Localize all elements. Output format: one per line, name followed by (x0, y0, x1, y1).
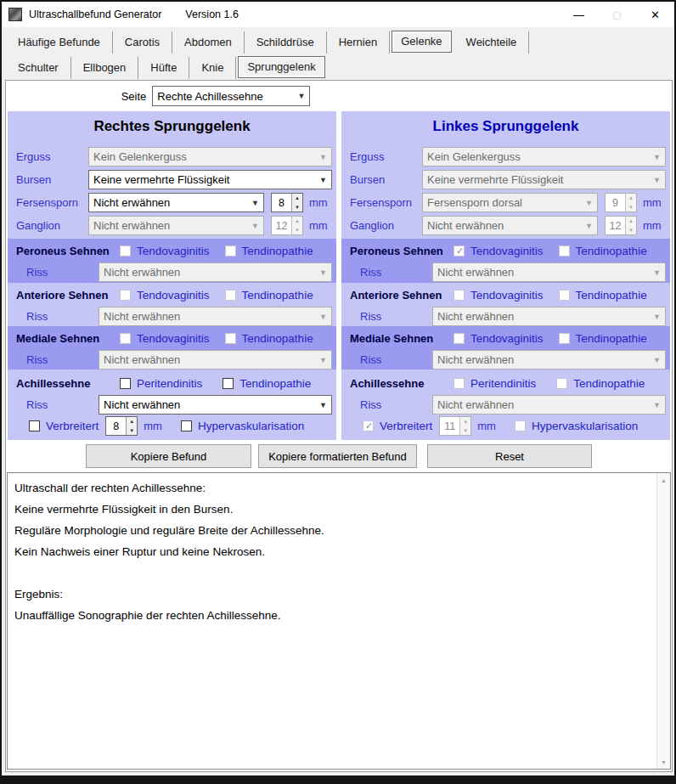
chevron-down-icon: ▼ (314, 356, 327, 364)
unit-label: mm (643, 219, 662, 232)
tendovaginitis-checkbox: Tendovaginitis (453, 332, 544, 345)
tendinopathie-checkbox: Tendinopathie (559, 289, 647, 302)
main-tab-bar: Häufige Befunde Carotis Abdomen Schilddr… (2, 27, 674, 54)
tab-knie[interactable]: Knie (189, 57, 236, 79)
spin-up-icon: ▲ (626, 194, 636, 203)
reset-button[interactable]: Reset (427, 444, 592, 468)
bursen-label: Bursen (16, 173, 88, 186)
fersensporn-label: Fersensporn (16, 196, 88, 209)
chevron-down-icon: ▼ (648, 313, 661, 321)
ganglion-size-stepper: 12 ▲▼ (605, 216, 637, 235)
riss-label: Riss (26, 353, 99, 366)
riss-label: Riss (26, 310, 99, 323)
mediale-section-label: Mediale Sehnen (16, 332, 120, 345)
mediale-riss-select: Nicht erwähnen ▼ (99, 350, 332, 369)
version-label: Version 1.6 (185, 8, 239, 20)
achilles-riss-select[interactable]: Nicht erwähnen ▼ (99, 395, 332, 415)
scroll-down-icon[interactable]: ▼ (657, 755, 670, 769)
sub-tab-bar: Schulter Ellbogen Hüfte Knie Sprunggelen… (2, 54, 674, 79)
seite-select[interactable]: Rechte Achillessehne ▼ (152, 86, 310, 106)
tab-hernien[interactable]: Hernien (327, 31, 391, 54)
minimize-icon: — (573, 8, 584, 21)
anteriore-section-label: Anteriore Sehnen (350, 289, 453, 302)
chevron-down-icon: ▼ (648, 153, 661, 161)
riss-label: Riss (26, 266, 99, 279)
spin-up-icon[interactable]: ▲ (127, 417, 137, 426)
chevron-down-icon: ▼ (648, 176, 661, 184)
ganglion-select: Nicht erwähnen ▼ (88, 216, 264, 235)
anteriore-riss-select: Nicht erwähnen ▼ (99, 307, 332, 326)
riss-label: Riss (360, 310, 432, 323)
tab-huefte[interactable]: Hüfte (138, 57, 189, 79)
scrollbar[interactable]: ▲ ▼ (656, 473, 670, 769)
close-button[interactable]: ✕ (636, 2, 674, 27)
peritendinitis-checkbox: Peritendinitis (453, 377, 536, 390)
erguss-select: Kein Gelenkerguss ▼ (88, 147, 332, 166)
spin-up-icon[interactable]: ▲ (292, 194, 302, 203)
tab-haeufige-befunde[interactable]: Häufige Befunde (6, 31, 113, 54)
verbreitert-size-stepper[interactable]: 8 ▲▼ (105, 416, 138, 436)
report-area: Ultraschall der rechten Achillessehne: K… (7, 472, 671, 770)
content-frame: Seite Rechte Achillessehne ▼ Rechtes Spr… (2, 79, 674, 776)
anteriore-section-label: Anteriore Sehnen (16, 289, 120, 302)
erguss-label: Erguss (350, 150, 422, 163)
hypervaskularisation-checkbox[interactable]: Hypervaskularisation (181, 420, 304, 432)
fersensporn-size-stepper: 9 ▲▼ (605, 193, 637, 212)
report-text[interactable]: Ultraschall der rechten Achillessehne: K… (8, 473, 656, 769)
scroll-up-icon[interactable]: ▲ (657, 473, 670, 487)
fersensporn-size-stepper[interactable]: 8 ▲▼ (271, 193, 303, 212)
minimize-button[interactable]: — (560, 2, 598, 27)
tab-sprunggelenk[interactable]: Sprunggelenk (238, 56, 324, 78)
spin-down-icon[interactable]: ▼ (292, 203, 302, 212)
peroneus-section-label: Peroneus Sehnen (350, 245, 453, 257)
peritendinitis-checkbox[interactable]: Peritendinitis (120, 377, 202, 390)
kopiere-befund-button[interactable]: Kopiere Befund (86, 444, 251, 468)
fersensporn-select[interactable]: Nicht erwähnen ▼ (88, 193, 264, 212)
bursen-select[interactable]: Keine vermehrte Flüssigkeit ▼ (88, 170, 332, 189)
tab-abdomen[interactable]: Abdomen (172, 31, 245, 54)
riss-label: Riss (360, 266, 432, 279)
tab-schulter[interactable]: Schulter (6, 57, 71, 79)
chevron-down-icon: ▼ (292, 92, 305, 100)
window-title: Ultraschallbefund Generator (29, 8, 161, 20)
spin-up-icon: ▲ (626, 217, 636, 226)
chevron-down-icon: ▼ (314, 176, 327, 184)
tendovaginitis-checkbox: Tendovaginitis (120, 289, 210, 302)
tab-weichteile[interactable]: Weichteile (454, 31, 530, 54)
fersensporn-select: Fersensporn dorsal ▼ (422, 193, 598, 212)
mediale-riss-select: Nicht erwähnen ▼ (432, 350, 666, 369)
chevron-down-icon: ▼ (580, 199, 593, 207)
panel-linkes-sprunggelenk: Linkes Sprunggelenk Erguss Kein Gelenker… (341, 111, 670, 440)
tab-schilddruese[interactable]: Schilddrüse (245, 31, 327, 54)
chevron-down-icon: ▼ (314, 153, 327, 161)
chevron-down-icon: ▼ (648, 401, 661, 409)
spin-up-icon: ▲ (460, 417, 470, 426)
title-bar: Ultraschallbefund Generator Version 1.6 … (2, 2, 674, 27)
tab-carotis[interactable]: Carotis (113, 31, 172, 54)
verbreitert-checkbox[interactable]: Verbreitert (29, 420, 99, 432)
spin-down-icon[interactable]: ▼ (127, 426, 137, 436)
tendovaginitis-checkbox: Tendovaginitis (453, 245, 544, 257)
seite-row: Seite Rechte Achillessehne ▼ (6, 81, 672, 111)
peroneus-riss-select: Nicht erwähnen ▼ (432, 262, 666, 282)
panel-title: Rechtes Sprunggelenk (8, 111, 336, 141)
achilles-section-label: Achillessehne (16, 377, 120, 390)
tendinopathie-checkbox: Tendinopathie (225, 332, 313, 345)
tendovaginitis-checkbox: Tendovaginitis (453, 289, 544, 302)
tab-gelenke[interactable]: Gelenke (392, 31, 451, 53)
chevron-down-icon: ▼ (648, 268, 661, 277)
unit-label: mm (477, 420, 496, 432)
tab-ellbogen[interactable]: Ellbogen (71, 57, 139, 79)
maximize-icon: ▢ (612, 9, 621, 20)
chevron-down-icon: ▼ (246, 199, 259, 207)
peroneus-section-label: Peroneus Sehnen (16, 245, 120, 257)
ganglion-select: Nicht erwähnen ▼ (422, 216, 598, 235)
chevron-down-icon: ▼ (648, 356, 661, 364)
kopiere-formatierten-befund-button[interactable]: Kopiere formatierten Befund (258, 444, 417, 468)
action-buttons-row: Kopiere Befund Kopiere formatierten Befu… (6, 440, 672, 472)
tendinopathie-checkbox: Tendinopathie (225, 245, 313, 257)
tendinopathie-checkbox[interactable]: Tendinopathie (223, 377, 311, 390)
seite-label: Seite (121, 90, 147, 103)
app-window: Ultraschallbefund Generator Version 1.6 … (0, 0, 676, 784)
riss-label: Riss (360, 353, 432, 366)
